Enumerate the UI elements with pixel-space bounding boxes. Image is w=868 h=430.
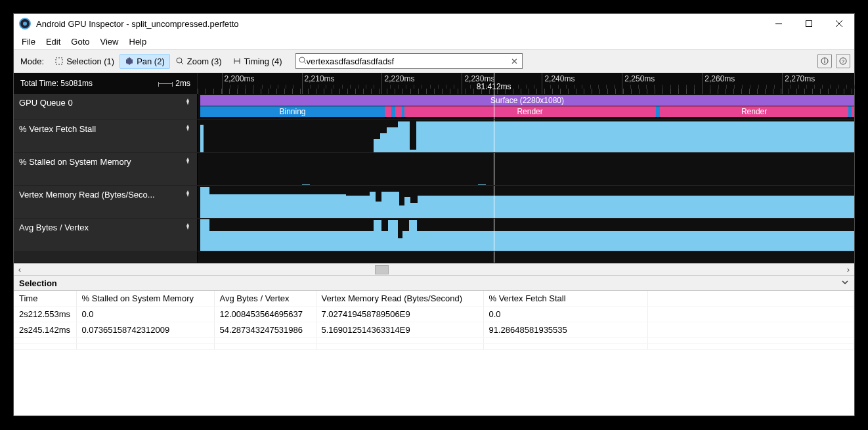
pin-icon[interactable] [184,190,192,200]
column-header[interactable]: % Vertex Fetch Stall [483,291,647,307]
track-body-ssm[interactable] [198,153,854,185]
column-header[interactable]: Vertex Memory Read (Bytes/Second) [316,291,483,307]
track-label: % Vertex Fetch Stall [19,124,96,134]
pin-icon[interactable] [184,157,192,167]
svg-rect-3 [806,21,812,27]
menu-help[interactable]: Help [124,35,152,48]
track-label: % Stalled on System Memory [19,157,131,167]
timing-icon [232,56,242,66]
mode-label: Mode: [18,56,47,66]
close-button[interactable] [824,14,854,33]
mode-pan-button[interactable]: Pan (2) [119,54,170,69]
menu-view[interactable]: View [95,35,124,48]
window-title: Android GPU Inspector - split_uncompress… [36,19,764,29]
track-abv: Avg Bytes / Vertex [14,219,854,251]
selection-panel-header[interactable]: Selection [14,275,854,291]
total-time-label: Total Time: 5s081ms [20,79,93,88]
scale-label: 2ms [175,79,190,88]
table-row[interactable]: 2s245.142ms0.0736515874231200954.2873432… [14,322,854,338]
clear-search-icon[interactable]: ✕ [510,56,519,66]
track-label: Vertex Memory Read (Bytes/Seco... [19,190,155,200]
gpu-segment[interactable]: Binning [200,106,385,117]
window-buttons [764,14,854,33]
svg-line-8 [181,62,183,64]
time-scale[interactable]: 2,200ms2,210ms2,220ms2,230ms2,240ms2,250… [198,73,854,94]
track-label: Avg Bytes / Vertex [19,223,89,232]
scroll-right-arrow[interactable]: › [842,265,854,274]
svg-point-12 [299,57,305,62]
menu-file[interactable]: File [16,35,41,48]
gpu-segment[interactable] [852,106,854,117]
search-box[interactable]: ✕ [295,53,523,69]
pin-icon[interactable] [184,223,192,232]
mode-timing-button[interactable]: Timing (4) [227,54,288,69]
svg-text:?: ? [842,58,845,64]
scroll-left-arrow[interactable]: ‹ [14,265,26,274]
gpu-surface-bar[interactable]: Surface (2280x1080) [200,95,854,106]
selection-table[interactable]: Time% Stalled on System MemoryAvg Bytes … [14,291,854,416]
app-icon [19,18,31,30]
app-window: Android GPU Inspector - split_uncompress… [13,13,855,416]
column-header[interactable]: Avg Bytes / Vertex [214,291,316,307]
track-vfs: % Vertex Fetch Stall [14,120,854,153]
track-body-gpu[interactable]: Surface (2280x1080) BinningRenderRender [198,94,854,119]
track-label: GPU Queue 0 [19,98,73,108]
track-body-vfs[interactable] [198,120,854,152]
track-body-abv[interactable] [198,219,854,251]
tracks-pane[interactable]: GPU Queue 0 Surface (2280x1080) BinningR… [14,94,854,263]
svg-point-7 [177,58,182,63]
help-button[interactable]: ? [836,54,850,68]
svg-point-1 [23,22,27,26]
collapse-icon[interactable] [841,278,849,288]
column-header[interactable]: % Stalled on System Memory [76,291,214,307]
track-gpu-queue: GPU Queue 0 Surface (2280x1080) BinningR… [14,94,854,120]
gpu-segment[interactable]: Render [404,106,656,117]
menu-goto[interactable]: Goto [66,35,95,48]
selection-icon [54,56,64,66]
timeline-horizontal-scrollbar[interactable]: ‹ › [14,263,854,275]
scrollbar-thumb[interactable] [375,265,388,274]
zoom-icon [175,56,184,66]
track-body-vmr[interactable] [198,186,854,218]
track-vmr: Vertex Memory Read (Bytes/Seco... [14,186,854,219]
pin-icon[interactable] [184,124,192,134]
svg-point-16 [824,58,825,60]
info-button[interactable] [817,54,832,68]
mode-selection-button[interactable]: Selection (1) [49,54,119,69]
selection-title: Selection [19,278,57,288]
titlebar: Android GPU Inspector - split_uncompress… [14,14,854,33]
column-header[interactable]: Time [14,291,76,307]
track-ssm: % Stalled on System Memory [14,153,854,186]
gpu-segment[interactable] [395,106,402,117]
gpu-segment[interactable] [385,106,391,117]
menubar: FileEditGotoViewHelp [14,33,854,49]
timeline-ruler[interactable]: Total Time: 5s081ms 2ms 2,200ms2,210ms2,… [14,73,854,94]
search-icon [299,56,307,66]
pin-icon[interactable] [184,98,192,108]
toolbar: Mode: Selection (1)Pan (2)Zoom (3)Timing… [14,49,854,73]
search-input[interactable] [307,56,510,66]
cursor-time-label: 81.412ms [477,82,511,91]
svg-line-13 [304,62,306,64]
minimize-button[interactable] [764,14,794,33]
mode-zoom-button[interactable]: Zoom (3) [170,54,227,69]
table-row[interactable]: 2s212.553ms0.012.0084535646956377.027419… [14,307,854,322]
maximize-button[interactable] [794,14,824,33]
menu-edit[interactable]: Edit [41,35,66,48]
pan-icon [125,56,134,66]
gpu-segment[interactable]: Render [660,106,849,117]
svg-rect-6 [56,58,62,64]
